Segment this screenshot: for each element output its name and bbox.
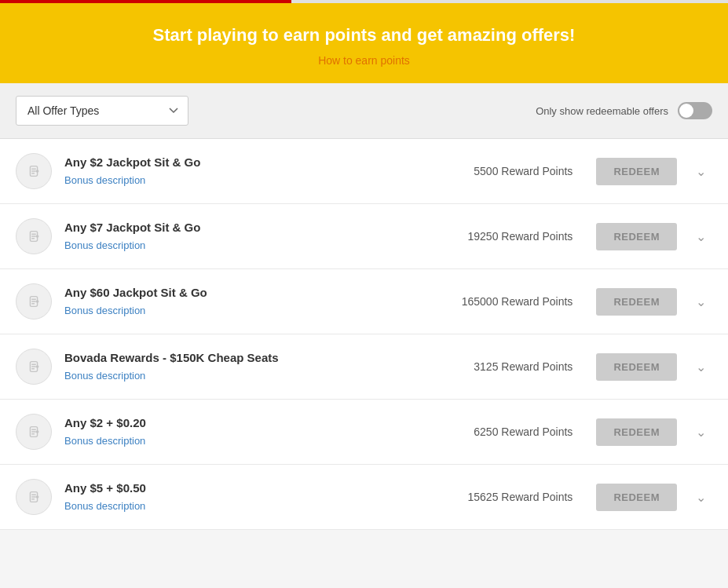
ticket-icon — [25, 423, 42, 440]
offer-type-select[interactable]: All Offer Types Casino Poker Sports — [16, 96, 188, 126]
how-to-earn-link[interactable]: How to earn points — [318, 54, 410, 67]
offer-icon — [16, 414, 52, 450]
redeem-button[interactable]: REDEEM — [596, 353, 677, 381]
expand-chevron-button[interactable]: ⌄ — [690, 487, 712, 508]
offer-name: Any $5 + $0.50 — [64, 481, 434, 495]
svg-point-3 — [36, 365, 39, 368]
offer-name: Any $2 Jackpot Sit & Go — [64, 155, 434, 169]
offer-name: Any $7 Jackpot Sit & Go — [64, 221, 434, 234]
redeemable-label: Only show redeemable offers — [536, 105, 668, 117]
offer-info: Any $5 + $0.50 Bonus description — [64, 481, 434, 513]
offer-points: 3125 Reward Points — [447, 360, 573, 373]
offers-list: Any $2 Jackpot Sit & Go Bonus descriptio… — [0, 139, 728, 530]
offer-info: Any $2 + $0.20 Bonus description — [64, 416, 434, 447]
toggle-slider — [678, 102, 712, 119]
banner-section: Start playing to earn points and get ama… — [0, 3, 728, 83]
ticket-icon — [25, 293, 42, 310]
svg-point-1 — [36, 235, 39, 238]
bonus-description-link[interactable]: Bonus description — [64, 370, 145, 382]
ticket-icon — [25, 228, 42, 245]
offer-icon — [16, 479, 52, 515]
offer-row: Any $2 + $0.20 Bonus description 6250 Re… — [0, 400, 728, 465]
redeem-button[interactable]: REDEEM — [596, 484, 677, 511]
offer-row: Any $5 + $0.50 Bonus description 15625 R… — [0, 465, 728, 530]
filter-bar: All Offer Types Casino Poker Sports Only… — [0, 83, 728, 139]
offer-name: Bovada Rewards - $150K Cheap Seats — [64, 351, 434, 364]
svg-point-2 — [36, 300, 39, 303]
offer-points: 5500 Reward Points — [447, 165, 573, 177]
offer-icon — [16, 349, 52, 385]
redeem-button[interactable]: REDEEM — [596, 158, 677, 185]
bonus-description-link[interactable]: Bonus description — [64, 435, 145, 447]
redeem-button[interactable]: REDEEM — [596, 418, 677, 446]
svg-point-4 — [36, 430, 39, 433]
bonus-description-link[interactable]: Bonus description — [64, 305, 145, 316]
expand-chevron-button[interactable]: ⌄ — [690, 356, 712, 378]
redeemable-filter: Only show redeemable offers — [536, 102, 712, 119]
ticket-icon — [25, 488, 42, 506]
offer-points: 6250 Reward Points — [447, 425, 573, 438]
offer-points: 15625 Reward Points — [447, 491, 573, 503]
bonus-description-link[interactable]: Bonus description — [64, 239, 145, 251]
redeem-button[interactable]: REDEEM — [596, 288, 677, 316]
redeemable-toggle[interactable] — [678, 102, 712, 119]
offer-points: 165000 Reward Points — [447, 295, 573, 308]
offer-row: Any $7 Jackpot Sit & Go Bonus descriptio… — [0, 204, 728, 269]
offer-row: Any $60 Jackpot Sit & Go Bonus descripti… — [0, 269, 728, 334]
svg-point-0 — [36, 170, 39, 173]
offer-row: Bovada Rewards - $150K Cheap Seats Bonus… — [0, 334, 728, 400]
banner-title: Start playing to earn points and get ama… — [16, 25, 712, 46]
expand-chevron-button[interactable]: ⌄ — [690, 422, 712, 443]
offer-info: Any $7 Jackpot Sit & Go Bonus descriptio… — [64, 221, 434, 252]
bonus-description-link[interactable]: Bonus description — [64, 500, 145, 512]
expand-chevron-button[interactable]: ⌄ — [690, 226, 712, 247]
offer-info: Any $60 Jackpot Sit & Go Bonus descripti… — [64, 286, 434, 317]
offer-info: Any $2 Jackpot Sit & Go Bonus descriptio… — [64, 155, 434, 187]
offer-info: Bovada Rewards - $150K Cheap Seats Bonus… — [64, 351, 434, 382]
offer-name: Any $60 Jackpot Sit & Go — [64, 286, 434, 299]
offer-row: Any $2 Jackpot Sit & Go Bonus descriptio… — [0, 139, 728, 204]
ticket-icon — [25, 358, 42, 375]
expand-chevron-button[interactable]: ⌄ — [690, 291, 712, 312]
svg-point-5 — [36, 495, 39, 499]
redeem-button[interactable]: REDEEM — [596, 223, 677, 250]
offer-icon — [16, 283, 52, 320]
offer-points: 19250 Reward Points — [447, 230, 573, 243]
offer-icon — [16, 218, 52, 254]
bonus-description-link[interactable]: Bonus description — [64, 174, 145, 186]
expand-chevron-button[interactable]: ⌄ — [690, 161, 712, 182]
offer-name: Any $2 + $0.20 — [64, 416, 434, 429]
ticket-icon — [25, 163, 42, 180]
offer-icon — [16, 153, 52, 189]
